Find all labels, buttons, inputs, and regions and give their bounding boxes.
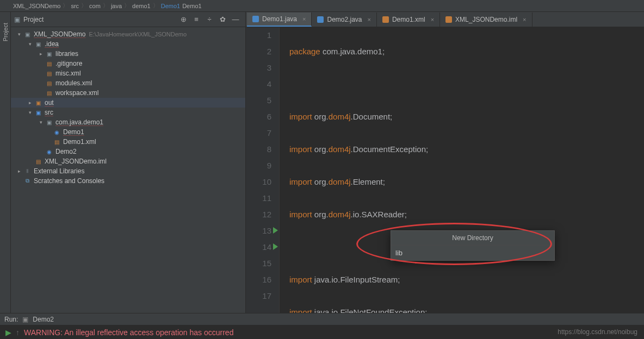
- settings-icon[interactable]: ✿: [218, 15, 227, 24]
- tree-out[interactable]: ▸▣out: [11, 98, 245, 108]
- project-tree[interactable]: ▾▣XML_JSONDemoE:\JavaHomework\XML_JSONDe…: [11, 27, 245, 313]
- crumb-0[interactable]: XML_JSONDemo: [13, 3, 60, 9]
- tab-iml[interactable]: XML_JSONDemo.iml×: [440, 12, 532, 27]
- tree-iml[interactable]: ▤XML_JSONDemo.iml: [11, 156, 245, 166]
- tree-demo2[interactable]: ◉Demo2: [11, 147, 245, 156]
- run-icon[interactable]: [273, 243, 278, 250]
- crumb-1[interactable]: src: [71, 3, 79, 9]
- play-icon[interactable]: ▶: [5, 328, 11, 337]
- warning-text: WARNING: An illegal reflective access op…: [24, 328, 233, 337]
- tree-pkg[interactable]: ▾▣com.java.demo1: [11, 117, 245, 127]
- expand-icon[interactable]: ≡: [191, 15, 201, 24]
- close-icon[interactable]: ×: [523, 16, 526, 23]
- crumb-4[interactable]: demo1: [132, 3, 151, 9]
- tree-gitignore[interactable]: ▤.gitignore: [11, 59, 245, 68]
- locate-icon[interactable]: ⊕: [178, 15, 188, 24]
- project-title[interactable]: Project: [20, 16, 177, 23]
- popup-title: New Directory: [391, 231, 554, 246]
- tree-src[interactable]: ▾▣src: [11, 108, 245, 117]
- run-config: Demo2: [33, 316, 54, 323]
- xml-icon: [382, 16, 389, 23]
- gutter: 123 456 789 101112 13 14 151617: [246, 27, 280, 313]
- run-panel: Run: ▣ Demo2 ▶ ↑ WARNING: An illegal ref…: [0, 313, 644, 339]
- breadcrumb: XML_JSONDemo〉 src〉 com〉 java〉 demo1〉 Dem…: [0, 0, 644, 12]
- project-tab-label: Project: [2, 23, 9, 41]
- tab-demo2-java[interactable]: Demo2.java×: [312, 12, 376, 27]
- tree-extlib[interactable]: ▸⫴External Libraries: [11, 166, 245, 176]
- tree-scratch[interactable]: ⧉Scratches and Consoles: [11, 176, 245, 186]
- tree-demo1[interactable]: ◉Demo1: [11, 127, 245, 137]
- tab-demo1-java[interactable]: Demo1.java×: [247, 12, 312, 27]
- tab-demo1-xml[interactable]: Demo1.xml×: [377, 12, 440, 27]
- project-panel: ▣ Project ⊕ ≡ ÷ ✿ — ▾▣XML_JSONDemoE:\Jav…: [11, 12, 246, 313]
- editor: Demo1.java× Demo2.java× Demo1.xml× XML_J…: [246, 12, 644, 313]
- run-icon[interactable]: [273, 227, 278, 234]
- code-area[interactable]: 123 456 789 101112 13 14 151617 package …: [246, 27, 644, 313]
- run-output[interactable]: ▶ ↑ WARNING: An illegal reflective acces…: [0, 325, 644, 339]
- run-label: Run:: [4, 316, 18, 323]
- tree-libraries[interactable]: ▸▣libraries: [11, 49, 245, 59]
- close-icon[interactable]: ×: [302, 16, 306, 22]
- crumb-5[interactable]: Demo1: [161, 3, 180, 9]
- iml-icon: [445, 16, 452, 23]
- crumb-3[interactable]: java: [111, 3, 122, 9]
- collapse-icon[interactable]: ÷: [205, 15, 214, 24]
- tree-idea[interactable]: ▾▣.idea: [11, 39, 245, 49]
- code-body[interactable]: package com.java.demo1; import org.dom4j…: [280, 27, 644, 313]
- watermark: https://blog.csdn.net/noibug: [558, 328, 637, 336]
- tree-workspace[interactable]: ▤workspace.xml: [11, 88, 245, 98]
- tree-misc[interactable]: ▤misc.xml: [11, 68, 245, 78]
- arrow-up-icon[interactable]: ↑: [16, 328, 20, 337]
- new-directory-popup: New Directory lib: [391, 230, 555, 261]
- editor-tabs: Demo1.java× Demo2.java× Demo1.xml× XML_J…: [246, 12, 644, 27]
- crumb-2[interactable]: com: [89, 3, 101, 9]
- tree-demo1xml[interactable]: ▤Demo1.xml: [11, 137, 245, 147]
- sidebar-tool-tab[interactable]: Project: [0, 12, 11, 313]
- project-header: ▣ Project ⊕ ≡ ÷ ✿ —: [11, 12, 245, 27]
- tree-root[interactable]: ▾▣XML_JSONDemoE:\JavaHomework\XML_JSONDe…: [11, 29, 245, 39]
- tree-modules[interactable]: ▤modules.xml: [11, 78, 245, 88]
- close-icon[interactable]: ×: [368, 16, 371, 23]
- run-header[interactable]: Run: ▣ Demo2: [0, 313, 644, 325]
- close-icon[interactable]: ×: [431, 16, 434, 23]
- java-icon: [317, 16, 324, 23]
- java-icon: [252, 16, 259, 22]
- hide-icon[interactable]: —: [231, 15, 240, 24]
- folder-icon: ▣: [14, 16, 20, 23]
- directory-name-input[interactable]: lib: [391, 246, 554, 260]
